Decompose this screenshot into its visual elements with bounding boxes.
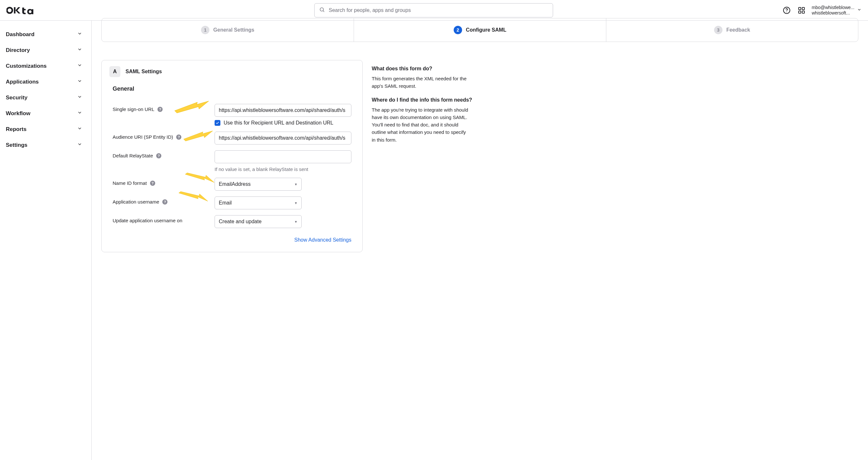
label-name-id: Name ID format ? [113,178,209,186]
chevron-down-icon [77,63,82,69]
label-update-on: Update application username on [113,215,209,223]
svg-point-4 [786,11,787,12]
sidebar-item-label: Settings [6,142,27,149]
main: 1 General Settings 2 Configure SAML 3 Fe… [92,21,868,460]
sidebar-item-directory[interactable]: Directory [0,42,88,58]
account-line2: whistleblowersoft... [812,10,855,15]
step-feedback[interactable]: 3 Feedback [606,19,858,42]
use-for-recipient-checkbox[interactable] [215,120,220,126]
apps-grid-icon[interactable] [797,6,806,15]
row-name-id: Name ID format ? EmailAddress ▼ [110,172,354,191]
sidebar-item-reports[interactable]: Reports [0,121,88,137]
advanced-settings-link[interactable]: Show Advanced Settings [294,237,351,242]
row-update-on: Update application username on Create an… [110,209,354,228]
select-value: Email [219,200,232,206]
svg-point-0 [7,7,12,13]
general-heading: General [113,86,354,92]
svg-rect-6 [802,7,804,10]
topbar-right: mbo@whistleblowe... whistleblowersoft... [782,5,862,15]
sidebar-item-applications[interactable]: Applications [0,74,88,90]
sidebar-item-label: Dashboard [6,31,34,38]
svg-rect-8 [802,11,804,13]
sso-url-input[interactable] [215,104,351,117]
chevron-down-icon [77,126,82,133]
caret-down-icon: ▼ [294,201,298,205]
name-id-select[interactable]: EmailAddress ▼ [215,178,302,191]
step-badge: 3 [714,26,722,34]
chevron-down-icon [77,47,82,54]
aside-q2-title: Where do I find the info this form needs… [372,97,858,103]
step-general-settings[interactable]: 1 General Settings [102,19,354,42]
caret-down-icon: ▼ [294,183,298,186]
checkbox-label: Use this for Recipient URL and Destinati… [224,120,333,126]
step-badge: 1 [201,26,209,34]
sidebar-item-label: Directory [6,47,30,54]
sso-url-checkbox-row: Use this for Recipient URL and Destinati… [215,120,351,126]
sidebar: Dashboard Directory Customizations Appli… [0,21,92,460]
svg-rect-7 [799,11,801,13]
step-label: Configure SAML [466,27,506,33]
search-icon [319,7,325,14]
okta-logo-icon [6,6,34,15]
help-icon[interactable] [782,6,791,15]
svg-rect-5 [799,7,801,10]
search-wrap [90,3,777,18]
row-audience-uri: Audience URI (SP Entity ID) ? [110,126,354,144]
row-relay-state: Default RelayState ? If no value is set,… [110,144,354,172]
label-relay-state: Default RelayState ? [113,150,209,158]
aside-help: What does this form do? This form genera… [372,60,858,151]
sidebar-item-label: Applications [6,79,39,85]
select-value: Create and update [219,219,262,225]
app-username-select[interactable]: Email ▼ [215,196,302,209]
help-icon[interactable]: ? [156,153,161,158]
relay-state-input[interactable] [215,150,351,163]
aside-q1-title: What does this form do? [372,66,858,72]
sidebar-item-dashboard[interactable]: Dashboard [0,27,88,42]
step-label: Feedback [726,27,750,33]
sidebar-item-security[interactable]: Security [0,90,88,105]
chevron-down-icon [77,94,82,101]
section-letter: A [110,66,120,77]
sidebar-item-label: Reports [6,126,27,133]
help-icon[interactable]: ? [176,134,181,140]
label-sso-url: Single sign-on URL ? [113,104,209,112]
step-label: General Settings [213,27,254,33]
label-app-username: Application username ? [113,196,209,204]
row-app-username: Application username ? Email ▼ [110,191,354,209]
sidebar-item-label: Workflow [6,110,30,117]
chevron-down-icon [77,110,82,117]
select-value: EmailAddress [219,181,251,187]
step-badge: 2 [454,26,462,34]
sidebar-item-workflow[interactable]: Workflow [0,105,88,121]
step-configure-saml[interactable]: 2 Configure SAML [354,19,606,42]
help-icon[interactable]: ? [157,107,163,112]
audience-uri-input[interactable] [215,132,351,144]
stepper: 1 General Settings 2 Configure SAML 3 Fe… [101,18,858,42]
search-input[interactable] [328,7,548,13]
label-audience-uri: Audience URI (SP Entity ID) ? [113,132,209,140]
chevron-down-icon [857,7,862,13]
aside-q1-body: This form generates the XML needed for t… [372,75,468,90]
search-box[interactable] [314,3,553,18]
section-title: SAML Settings [126,69,162,74]
svg-line-2 [323,11,324,11]
sidebar-item-customizations[interactable]: Customizations [0,58,88,74]
account-menu[interactable]: mbo@whistleblowe... whistleblowersoft... [812,5,862,15]
chevron-down-icon [77,78,82,85]
row-sso-url: Single sign-on URL ? Use this for Recipi… [110,98,354,126]
sidebar-item-settings[interactable]: Settings [0,137,88,153]
saml-settings-panel: A SAML Settings General Single sign-on U… [101,60,363,252]
topbar: mbo@whistleblowe... whistleblowersoft... [0,0,868,21]
logo [6,6,90,15]
update-on-select[interactable]: Create and update ▼ [215,215,302,228]
sidebar-item-label: Customizations [6,63,47,69]
advanced-settings-link-wrap: Show Advanced Settings [110,237,351,243]
help-icon[interactable]: ? [162,199,167,204]
chevron-down-icon [77,142,82,149]
caret-down-icon: ▼ [294,220,298,224]
aside-q2-body: The app you're trying to integrate with … [372,106,468,143]
section-head: A SAML Settings [110,66,354,77]
chevron-down-icon [77,31,82,38]
account-line1: mbo@whistleblowe... [812,5,855,10]
help-icon[interactable]: ? [150,180,155,186]
